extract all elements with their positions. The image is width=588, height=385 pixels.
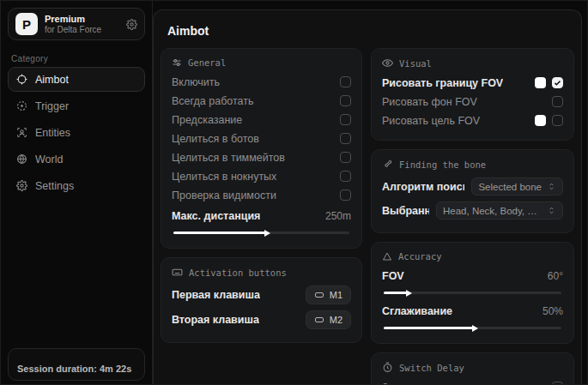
- category-label: Category: [1, 47, 152, 67]
- toggle-row: Включить: [172, 73, 351, 91]
- checkbox-enable[interactable]: [340, 76, 351, 87]
- slider-label: Сглаживание: [382, 305, 452, 317]
- toggle-label: Проверка видимости: [172, 189, 276, 202]
- keybind-row: Вторая клавиша M2: [172, 308, 351, 332]
- section-title: General: [188, 57, 226, 68]
- slider-label: Макс. дистанция: [172, 210, 260, 222]
- sidebar-item-world[interactable]: World: [8, 147, 145, 171]
- select-row: Алгоритм поиска кост Selected bone: [382, 175, 563, 198]
- sidebar-item-entities[interactable]: Entities: [8, 120, 145, 145]
- bone-algorithm-select[interactable]: Selected bone: [471, 177, 563, 196]
- slider-row: Макс. дистанция 250m: [172, 207, 351, 225]
- keybind-label: Вторая клавиша: [172, 314, 259, 326]
- select-label: Выбранные кос: [382, 205, 429, 217]
- checkbox-draw-fov-background[interactable]: [552, 96, 563, 107]
- toggle-row: Целиться в ботов: [172, 129, 351, 147]
- sidebar: P Premium for Delta Force Category Aimbo…: [1, 1, 153, 385]
- toggle-label: Включить: [172, 76, 220, 88]
- checkbox-visibility-check[interactable]: [340, 189, 351, 201]
- mouse-icon: [314, 290, 324, 300]
- eye-icon: [382, 57, 393, 69]
- chevrons-up-down-icon: [547, 206, 556, 215]
- gear-icon[interactable]: [126, 19, 137, 30]
- checkbox-target-bots[interactable]: [340, 133, 351, 144]
- fov-slider[interactable]: [384, 292, 561, 294]
- brand-card: P Premium for Delta Force: [8, 8, 145, 40]
- keybind-key: M2: [330, 315, 342, 325]
- keybind-button-first[interactable]: M1: [306, 286, 351, 304]
- toggle-row: Рисовать фон FOV: [382, 93, 563, 111]
- max-distance-slider[interactable]: [173, 232, 349, 234]
- keyboard-icon: [172, 267, 183, 278]
- card-general: General Включить Всегда работать Предска…: [161, 48, 362, 249]
- toggle-label: Целиться в ботов: [172, 133, 259, 145]
- session-duration-card: Session duration: 4m 22s: [8, 348, 145, 381]
- toggle-label: Предсказание: [172, 114, 242, 126]
- color-toggle-row: Рисовать цель FOV: [382, 111, 563, 129]
- sidebar-item-aimbot[interactable]: Aimbot: [8, 67, 145, 92]
- sidebar-item-label: World: [35, 153, 63, 165]
- card-visual: Visual Рисовать границу FOV Рисовать фон…: [371, 48, 574, 141]
- slider-thumb[interactable]: [406, 290, 412, 297]
- right-column: Visual Рисовать границу FOV Рисовать фон…: [371, 48, 574, 384]
- entities-icon: [16, 127, 27, 138]
- section-title: Activation buttons: [189, 268, 287, 278]
- sidebar-item-label: Trigger: [35, 100, 69, 112]
- mouse-icon: [314, 315, 324, 325]
- left-column: General Включить Всегда работать Предска…: [161, 48, 362, 384]
- chevrons-up-down-icon: [547, 182, 556, 191]
- section-title: Finding the bone: [399, 159, 486, 170]
- brand-subtitle: for Delta Force: [45, 25, 119, 35]
- bone-icon: [382, 159, 393, 170]
- select-label: Алгоритм поиска кост: [382, 181, 464, 193]
- sidebar-item-settings[interactable]: Settings: [8, 173, 145, 198]
- slider-row: FOV 60°: [382, 267, 563, 285]
- smoothing-slider[interactable]: [384, 327, 561, 329]
- session-duration-text: Session duration: 4m 22s: [17, 364, 131, 374]
- toggle-row: Предсказание: [172, 111, 351, 129]
- app-window: P Premium for Delta Force Category Aimbo…: [0, 0, 588, 385]
- sidebar-item-label: Settings: [35, 180, 74, 192]
- keybind-button-second[interactable]: M2: [306, 310, 351, 329]
- checkbox-always-work[interactable]: [340, 95, 351, 106]
- color-swatch-fov-target[interactable]: [535, 115, 546, 126]
- section-title: Switch Delay: [399, 363, 464, 373]
- checkbox-draw-fov-border[interactable]: [552, 77, 563, 88]
- checkbox-target-teammates[interactable]: [340, 152, 351, 163]
- page-title: Aimbot: [161, 19, 574, 48]
- toggle-label: Задержка переключения: [382, 382, 506, 385]
- sidebar-item-label: Aimbot: [35, 74, 69, 86]
- toggle-row: Целиться в тиммейтов: [172, 148, 351, 166]
- slider-value: 250m: [325, 210, 351, 222]
- checkbox-draw-fov-target[interactable]: [552, 115, 563, 126]
- card-finding-bone: Finding the bone Алгоритм поиска кост Se…: [371, 149, 574, 233]
- sidebar-nav: Aimbot Trigger Entities World: [1, 67, 152, 198]
- keybind-label: Первая клавиша: [172, 289, 260, 301]
- sidebar-item-trigger[interactable]: Trigger: [8, 93, 145, 118]
- toggle-row: Задержка переключения: [382, 378, 563, 384]
- toggle-row: Целиться в нокнутых: [172, 167, 351, 185]
- slider-thumb[interactable]: [264, 230, 270, 237]
- card-switch-delay: Switch Delay Задержка переключения Задер…: [371, 352, 574, 384]
- slider-thumb[interactable]: [472, 325, 478, 332]
- globe-icon: [16, 153, 27, 165]
- slider-value: 50%: [543, 305, 563, 317]
- checkbox-switch-delay[interactable]: [552, 382, 563, 384]
- select-row: Выбранные кос Head, Neck, Body, Pe...: [382, 199, 563, 222]
- crosshair-icon: [16, 74, 27, 85]
- toggle-label: Рисовать цель FOV: [382, 115, 480, 127]
- color-toggle-row: Рисовать границу FOV: [382, 74, 563, 92]
- toggle-label: Всегда работать: [172, 95, 254, 107]
- keybind-key: M1: [330, 290, 342, 300]
- toggle-label: Рисовать фон FOV: [382, 96, 477, 108]
- checkbox-target-knocked[interactable]: [340, 171, 351, 182]
- color-swatch-fov-border[interactable]: [535, 77, 546, 88]
- slider-label: FOV: [382, 270, 404, 282]
- keybind-row: Первая клавиша M1: [172, 283, 351, 307]
- brand-text: Premium for Delta Force: [45, 14, 119, 34]
- selected-bones-select[interactable]: Head, Neck, Body, Pe...: [436, 202, 563, 220]
- select-value: Head, Neck, Body, Pe...: [443, 206, 542, 216]
- focus-icon: [16, 100, 27, 111]
- brand-title: Premium: [45, 14, 119, 25]
- checkbox-prediction[interactable]: [340, 114, 351, 125]
